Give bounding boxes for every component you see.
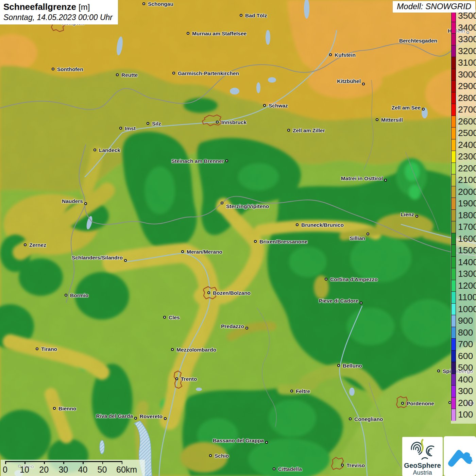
city-label: Kitzbühel bbox=[337, 78, 361, 84]
city-label: Cles bbox=[169, 314, 180, 321]
colorbar-tick-label: 2200 bbox=[458, 163, 476, 174]
city-label: Trento bbox=[181, 376, 197, 382]
city-marker bbox=[384, 179, 387, 182]
city-label: Landeck bbox=[99, 147, 120, 153]
city-marker bbox=[273, 468, 275, 470]
colorbar-tick-label: 400 bbox=[458, 374, 473, 386]
city-label: Pieve di Cadore bbox=[319, 298, 358, 304]
colorbar-tick-label: 1400 bbox=[458, 256, 476, 268]
snowfall-limit-map: SchongauBad TölzKemptenMurnau am Staffel… bbox=[0, 0, 476, 476]
city-marker bbox=[216, 121, 219, 123]
city-marker bbox=[362, 83, 365, 85]
city-marker bbox=[225, 159, 228, 162]
title-datetime: Sonntag, 14.05.2023 00:00 Uhr bbox=[3, 13, 113, 22]
city-label: Schio bbox=[215, 453, 229, 459]
city-layer: SchongauBad TölzKemptenMurnau am Staffel… bbox=[0, 0, 476, 476]
city-marker bbox=[221, 202, 223, 204]
title-text: Schneefallgrenze bbox=[3, 2, 76, 12]
city-marker bbox=[53, 407, 56, 410]
colorbar-tick-label: 1500 bbox=[458, 244, 476, 256]
colorbar-tick-label: 2300 bbox=[458, 151, 476, 163]
colorbar-tick-label: 1200 bbox=[458, 280, 476, 292]
colorbar-segment bbox=[452, 139, 456, 151]
geosphere-country: Austria bbox=[402, 469, 443, 476]
city-marker bbox=[65, 294, 67, 296]
colorbar-segment bbox=[452, 351, 456, 362]
colorbar-tick-label: 3200 bbox=[458, 45, 476, 57]
city-label: Zell am See bbox=[392, 105, 421, 111]
city-marker bbox=[287, 129, 290, 132]
city-marker bbox=[36, 347, 38, 350]
colorbar-tick-label: 1000 bbox=[458, 303, 476, 315]
colorbar-segment bbox=[452, 210, 456, 222]
city-marker bbox=[84, 202, 87, 205]
city-marker bbox=[376, 118, 378, 121]
colorbar-tick-label: 900 bbox=[458, 315, 473, 327]
colorbar-segment bbox=[452, 292, 456, 304]
colorbar-segment bbox=[452, 280, 456, 292]
city-label: Treviso bbox=[346, 462, 365, 469]
city-label: Bienno bbox=[58, 406, 76, 412]
colorbar-tick-label: 3400 bbox=[458, 22, 476, 34]
colorbar-segment bbox=[452, 233, 456, 245]
city-marker bbox=[422, 108, 425, 111]
mountain-snow-icon bbox=[446, 443, 474, 470]
colorbar-tick-label: 700 bbox=[458, 338, 473, 350]
colorbar-segment bbox=[452, 315, 456, 327]
colorbar-segment bbox=[452, 221, 456, 233]
title-unit: [m] bbox=[79, 2, 90, 12]
city-label: Sillian bbox=[350, 235, 365, 241]
colorbar-segment bbox=[452, 257, 456, 269]
city-label: Innsbruck bbox=[221, 119, 247, 125]
city-label: Sterzing/Vipiteno bbox=[226, 203, 269, 209]
city-marker bbox=[415, 215, 418, 218]
page-title: Schneefallgrenze [m] bbox=[3, 2, 113, 12]
city-label: Mittersill bbox=[381, 117, 403, 123]
city-marker bbox=[209, 454, 212, 457]
city-marker bbox=[329, 53, 332, 56]
city-label: Zernez bbox=[29, 242, 46, 248]
colorbar-segment bbox=[452, 116, 456, 128]
city-label: Pordenone bbox=[407, 401, 434, 407]
city-marker bbox=[337, 364, 340, 367]
city-marker bbox=[147, 122, 149, 125]
city-label: Brixen/Bressanone bbox=[259, 239, 307, 245]
colorbar-segment bbox=[452, 69, 456, 81]
city-label: Schongau bbox=[148, 1, 173, 7]
city-label: Bad Tölz bbox=[245, 13, 267, 19]
city-marker bbox=[290, 390, 293, 392]
city-marker bbox=[181, 250, 184, 253]
city-marker bbox=[142, 2, 145, 5]
city-marker bbox=[187, 32, 189, 35]
colorbar-tick-label: 800 bbox=[458, 327, 473, 339]
city-marker bbox=[124, 259, 127, 262]
city-label: Mezzolombardo bbox=[176, 347, 216, 353]
colorbar-segment bbox=[452, 57, 456, 69]
colorbar-tick-label: 2500 bbox=[458, 127, 476, 139]
title-box: Schneefallgrenze [m] Sonntag, 14.05.2023… bbox=[0, 0, 118, 24]
city-marker bbox=[325, 278, 327, 280]
city-label: Zell am Ziller bbox=[293, 128, 325, 134]
colorbar-tick-label: 1100 bbox=[458, 291, 476, 303]
colorbar-tick-label: 3000 bbox=[458, 69, 476, 81]
city-label: Riva del Garda bbox=[96, 413, 133, 419]
colorbar-tick-label: 2900 bbox=[458, 80, 476, 92]
city-marker bbox=[263, 104, 266, 107]
colorbar-tick-label: 100 bbox=[458, 409, 473, 421]
colorbar-segment bbox=[452, 104, 456, 116]
colorbar-segment bbox=[452, 374, 456, 386]
city-label: Matrei in Osttirol bbox=[341, 175, 383, 182]
colorbar-tick-label: 1900 bbox=[458, 198, 476, 209]
city-label: Kufstein bbox=[335, 52, 356, 58]
city-marker bbox=[349, 418, 352, 420]
city-label: Bozen/Bolzano bbox=[213, 290, 251, 296]
city-label: Cortina d'Ampezzo bbox=[330, 276, 378, 283]
city-label: Nauders bbox=[62, 198, 83, 204]
city-marker bbox=[163, 316, 166, 319]
colorbar-segment bbox=[452, 268, 456, 280]
colorbar-segment bbox=[452, 34, 456, 46]
colorbar-segment bbox=[452, 46, 456, 57]
city-marker bbox=[119, 127, 122, 130]
city-label: Garmisch-Partenkirchen bbox=[178, 70, 239, 76]
city-marker bbox=[296, 223, 299, 226]
